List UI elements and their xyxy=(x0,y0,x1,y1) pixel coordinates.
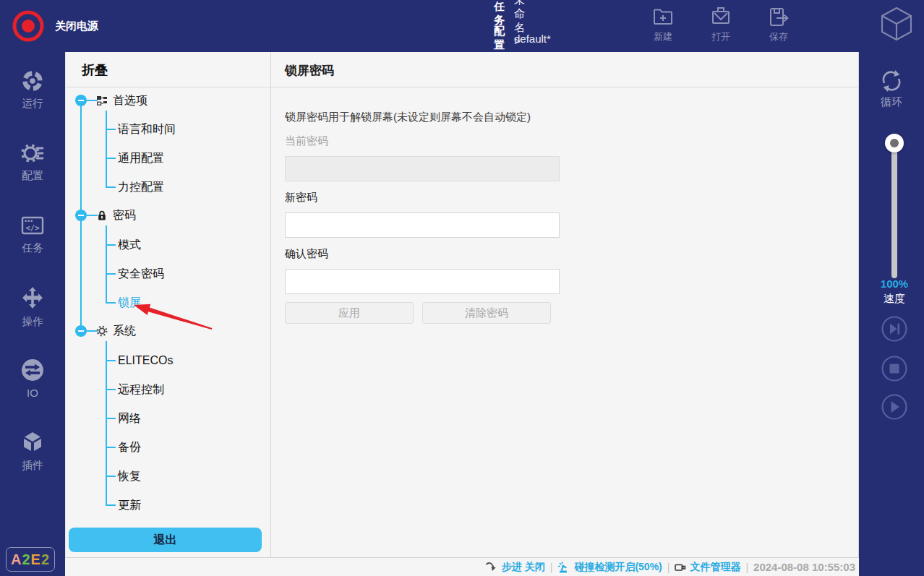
speed-slider-track[interactable] xyxy=(891,141,897,278)
settings-tree-panel: 折叠 首选项 语言和时间 通用配置 力控配置 xyxy=(65,52,271,557)
jog-icon xyxy=(20,285,45,310)
panel-divider xyxy=(271,87,858,87)
preferences-icon xyxy=(96,95,108,106)
nav-item-plugin[interactable] xyxy=(0,430,65,455)
nav-label-io: IO xyxy=(0,387,65,399)
separator: | xyxy=(550,562,553,573)
clear-password-button[interactable]: 清除密码 xyxy=(422,302,551,324)
nav-item-jog[interactable] xyxy=(0,285,65,310)
separator: | xyxy=(667,562,670,573)
save-button[interactable]: 保存 xyxy=(758,6,800,48)
nav-item-config[interactable] xyxy=(0,141,65,166)
config-value: default* xyxy=(514,33,551,45)
tree-item-restore[interactable]: 恢复 xyxy=(118,468,141,484)
confirm-password-input[interactable] xyxy=(285,269,560,294)
nav-label-plugin: 插件 xyxy=(0,459,65,473)
file-manager-icon xyxy=(675,562,686,573)
loop-label: 循环 xyxy=(859,95,924,109)
nav-label-run: 运行 xyxy=(0,97,65,111)
run-icon xyxy=(20,69,45,93)
power-button-icon[interactable] xyxy=(12,9,45,43)
apply-button[interactable]: 应用 xyxy=(285,302,414,324)
exit-button[interactable]: 退出 xyxy=(69,528,262,552)
collision-detection-status[interactable]: 碰撞检测开启(50%) xyxy=(557,561,662,574)
tree-item-safety-password[interactable]: 安全密码 xyxy=(118,266,164,282)
io-icon xyxy=(20,358,45,382)
tree-item-mode[interactable]: 模式 xyxy=(118,237,141,253)
nav-item-task[interactable]: </> xyxy=(0,213,65,238)
new-password-input[interactable] xyxy=(285,212,560,238)
lock-screen-password-panel: 锁屏密码 锁屏密码用于解锁屏幕(未设定则屏幕不会自动锁定) 当前密码 新密码 确… xyxy=(271,52,859,557)
new-button[interactable]: 新建 xyxy=(642,6,684,48)
tree-node-system[interactable]: 系统 xyxy=(96,322,136,340)
loop-icon xyxy=(878,68,904,94)
nav-label-config: 配置 xyxy=(0,169,65,183)
speed-slider-handle[interactable] xyxy=(885,134,904,152)
collapse-header[interactable]: 折叠 xyxy=(82,61,108,79)
config-label: 配置 xyxy=(494,25,505,52)
tree-item-language-time[interactable]: 语言和时间 xyxy=(118,121,176,137)
nav-label-jog: 操作 xyxy=(0,315,65,329)
gear-icon xyxy=(96,325,108,337)
step-forward-button[interactable] xyxy=(880,314,909,343)
nav-item-run[interactable] xyxy=(0,69,65,93)
tree-item-network[interactable]: 网络 xyxy=(118,410,141,426)
file-manager-button[interactable]: 文件管理器 xyxy=(675,561,740,574)
tree-node-password[interactable]: 密码 xyxy=(96,207,136,224)
play-button[interactable] xyxy=(880,392,909,421)
loop-button[interactable] xyxy=(859,68,924,94)
tree-node-preferences[interactable]: 首选项 xyxy=(96,92,147,109)
nav-item-io[interactable] xyxy=(0,358,65,382)
page-title: 锁屏密码 xyxy=(285,62,334,79)
new-file-icon xyxy=(651,6,675,29)
tree-divider xyxy=(66,87,270,87)
separator: | xyxy=(745,562,748,573)
tree-toggle-password[interactable] xyxy=(75,210,87,221)
tree-toggle-system[interactable] xyxy=(75,325,87,337)
tree-item-lock-screen[interactable]: 锁屏 xyxy=(118,295,141,311)
step-mode-icon xyxy=(485,562,498,572)
tree-item-backup[interactable]: 备份 xyxy=(118,439,141,455)
open-button[interactable]: 打开 xyxy=(700,6,742,48)
task-icon: </> xyxy=(20,213,45,238)
power-off-button[interactable]: 关闭电源 xyxy=(55,0,98,52)
elite-logo-icon xyxy=(878,6,915,43)
speed-value: 100% xyxy=(859,278,924,290)
save-icon xyxy=(767,6,790,29)
tree-item-general-config[interactable]: 通用配置 xyxy=(118,150,164,166)
current-password-input[interactable] xyxy=(285,156,560,181)
confirm-password-label: 确认密码 xyxy=(285,246,328,262)
open-file-icon xyxy=(709,6,732,29)
datetime-display: 2024-08-08 10:55:03 xyxy=(753,561,855,573)
tree-item-update[interactable]: 更新 xyxy=(118,497,141,513)
left-nav-sidebar: 运行 配置 </> 任务 操作 xyxy=(0,52,65,576)
speed-label: 速度 xyxy=(859,292,924,306)
plugin-icon xyxy=(20,430,45,455)
tree-item-remote-control[interactable]: 远程控制 xyxy=(118,382,164,397)
stop-button[interactable] xyxy=(880,354,909,383)
status-bar: 步进 关闭 | 碰撞检测开启(50%) | 文件管理器 | 2024-08-08… xyxy=(65,557,859,576)
config-icon xyxy=(20,141,45,166)
new-password-label: 新密码 xyxy=(285,189,317,205)
topbar: 关闭电源 任务 <未命名> 配置 default* 新建 xyxy=(0,0,924,52)
collision-detection-icon xyxy=(557,561,570,574)
step-mode-status[interactable]: 步进 关闭 xyxy=(485,561,545,574)
tree-item-force-config[interactable]: 力控配置 xyxy=(118,179,164,195)
right-control-sidebar: 循环 100% 速度 xyxy=(859,52,924,576)
description-text: 锁屏密码用于解锁屏幕(未设定则屏幕不会自动锁定) xyxy=(285,109,531,125)
lock-icon xyxy=(96,210,108,221)
nav-label-task: 任务 xyxy=(0,241,65,255)
current-password-label: 当前密码 xyxy=(285,133,328,149)
tree-item-elitecos[interactable]: ELITECOs xyxy=(118,353,173,369)
tree-toggle-preferences[interactable] xyxy=(75,95,87,106)
a2e2-badge[interactable]: A2E2 xyxy=(6,547,55,572)
svg-text:</>: </> xyxy=(26,223,40,232)
task-label: 任务 xyxy=(494,0,505,27)
robot-teach-pendant-screen: 关闭电源 任务 <未命名> 配置 default* 新建 xyxy=(0,0,924,576)
